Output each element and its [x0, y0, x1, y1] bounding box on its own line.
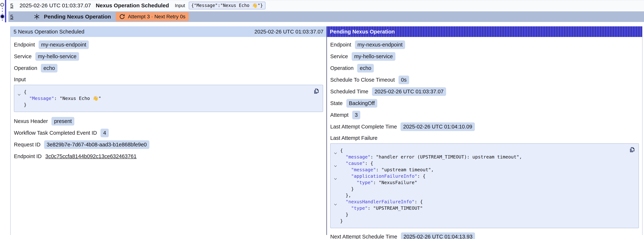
- collapse-toggle-icon[interactable]: [334, 162, 337, 164]
- event-details-header-timestamp: 2025-02-26 UTC 01:03:37.07: [254, 29, 324, 35]
- detail-field: Next Attempt Schedule Time2025-02-26 UTC…: [330, 231, 639, 239]
- pending-event-id-link[interactable]: 5: [8, 14, 13, 20]
- pending-operation-panel: Pending Nexus Operation Endpointmy-nexus…: [326, 26, 642, 235]
- timeline-node-current-icon: [1, 15, 4, 18]
- event-detail-panels: 5 Nexus Operation Scheduled 2025-02-26 U…: [10, 26, 644, 235]
- pending-operation-row[interactable]: 5 Pending Nexus Operation Attempt 3 · Ne…: [8, 11, 644, 22]
- code-line: "Message": "Nexus Echo 👋": [14, 95, 312, 102]
- field-value-badge: 0s: [398, 76, 409, 84]
- collapse-toggle-icon[interactable]: [334, 175, 337, 177]
- json-token: :: [376, 167, 381, 172]
- code-line: {: [14, 89, 312, 95]
- json-key: "message": [351, 167, 376, 172]
- collapse-toggle-icon[interactable]: [334, 150, 337, 152]
- event-details-header: 5 Nexus Operation Scheduled 2025-02-26 U…: [10, 26, 326, 37]
- code-line: {: [330, 147, 628, 154]
- json-token: : {: [365, 161, 373, 166]
- pending-row-title: Pending Nexus Operation: [44, 14, 111, 20]
- copy-input-button[interactable]: [312, 87, 320, 95]
- field-value-badge: BackingOff: [346, 99, 377, 108]
- json-key: "message": [346, 154, 370, 160]
- json-token: }: [24, 102, 26, 108]
- field-label: State: [330, 100, 343, 106]
- pending-operation-header: Pending Nexus Operation: [327, 26, 642, 37]
- json-key: "type": [356, 180, 373, 185]
- field-value-badge: my-nexus-endpoint: [39, 40, 89, 49]
- field-label: Service: [330, 54, 348, 60]
- field-label: Attempt: [330, 112, 348, 118]
- json-key: "type": [351, 206, 368, 211]
- code-line: "message": "upstream timeout",: [330, 166, 628, 173]
- field-label: Next Attempt Schedule Time: [330, 234, 397, 239]
- json-token: }: [340, 218, 343, 224]
- field-value-link[interactable]: 3c0c75ccfa8144b092c13ce632463761: [46, 153, 136, 160]
- field-label: Endpoint ID: [14, 153, 42, 160]
- copy-icon: [313, 88, 320, 94]
- collapse-toggle-icon[interactable]: [334, 201, 337, 203]
- input-codeblock: {"Message": "Nexus Echo 👋"}: [14, 85, 323, 112]
- json-token: :: [368, 206, 373, 211]
- field-value-badge: my-hello-service: [352, 52, 396, 61]
- json-token: "UPSTREAM_TIMEOUT": [373, 206, 423, 211]
- detail-field: Scheduled Time2025-02-26 UTC 01:03:37.07: [330, 86, 639, 97]
- event-details-panel: 5 Nexus Operation Scheduled 2025-02-26 U…: [10, 26, 326, 235]
- field-label: Workflow Task Completed Event ID: [14, 130, 97, 136]
- json-token: }: [346, 212, 348, 217]
- failure-codeblock: {"message": "handler error (UPSTREAM_TIM…: [330, 143, 639, 228]
- copy-icon: [628, 146, 636, 153]
- event-details-header-title: 5 Nexus Operation Scheduled: [14, 29, 84, 35]
- field-label: Last Attempt Complete Time: [330, 124, 397, 130]
- code-line: "type": "UPSTREAM_TIMEOUT": [330, 205, 628, 211]
- detail-field: Operationecho: [330, 62, 639, 74]
- input-block-label: Input: [10, 74, 326, 85]
- pending-operation-header-title: Pending Nexus Operation: [330, 29, 395, 35]
- json-token: ,: [519, 154, 522, 160]
- event-details-fields-2: Nexus HeaderpresentWorkflow Task Complet…: [10, 112, 326, 162]
- code-line: "message": "handler error (UPSTREAM_TIME…: [330, 154, 628, 160]
- collapse-toggle-icon[interactable]: [18, 91, 21, 93]
- code-line: "nexusHandlerFailureInfo": {: [330, 198, 628, 205]
- field-value-badge: my-nexus-endpoint: [355, 40, 405, 49]
- json-token: "NexusFailure": [378, 180, 417, 185]
- json-token: :: [373, 180, 378, 185]
- json-key: "Message": [29, 96, 54, 101]
- retry-icon: [119, 14, 125, 20]
- code-line: }: [330, 211, 628, 218]
- retry-badge-text: Attempt 3 · Next Retry 0s: [128, 14, 185, 20]
- code-line: }: [330, 186, 628, 192]
- event-details-fields: Endpointmy-nexus-endpointServicemy-hello…: [10, 37, 326, 74]
- field-value-badge: 3: [352, 111, 360, 119]
- field-value-badge: 3e829b7e-7d67-4b08-aad3-b1e868bfe9e0: [44, 140, 150, 149]
- field-label: Scheduled Time: [330, 88, 368, 94]
- json-token: "upstream timeout": [382, 167, 431, 172]
- field-value-badge: 2025-02-26 UTC 01:04:10.09: [400, 122, 475, 131]
- detail-field: Operationecho: [14, 62, 323, 74]
- json-token: :: [370, 154, 376, 160]
- event-input-preview-chip: {"Message":"Nexus Echo 👋"}: [189, 2, 266, 9]
- field-value-badge: 2025-02-26 UTC 01:04:13.93: [401, 232, 475, 239]
- field-value-badge: 2025-02-26 UTC 01:03:37.07: [372, 87, 446, 96]
- json-token: {: [24, 89, 26, 94]
- detail-field: Endpoint ID3c0c75ccfa8144b092c13ce632463…: [14, 150, 323, 162]
- json-key: "applicationFailureInfo": [351, 174, 417, 179]
- timeline-active-bar: [5, 0, 6, 22]
- detail-field: Request ID3e829b7e-7d67-4b08-aad3-b1e868…: [14, 139, 323, 150]
- event-history-row[interactable]: 5 2025-02-26 UTC 01:03:37.07 Nexus Opera…: [8, 0, 644, 10]
- event-title: Nexus Operation Scheduled: [96, 2, 169, 8]
- failure-block-label: Last Attempt Failure: [327, 132, 642, 143]
- detail-field: Nexus Headerpresent: [14, 115, 323, 127]
- json-token: ,: [431, 167, 434, 172]
- detail-field: Workflow Task Completed Event ID4: [14, 127, 323, 139]
- field-value-badge: echo: [357, 64, 374, 72]
- field-label: Service: [14, 54, 32, 60]
- code-line: }: [14, 102, 312, 108]
- code-line: }: [330, 218, 628, 224]
- json-token: }: [351, 186, 354, 192]
- field-label: Endpoint: [14, 42, 35, 48]
- field-value-badge: my-hello-service: [35, 52, 79, 61]
- copy-failure-button[interactable]: [628, 146, 636, 154]
- field-label: Nexus Header: [14, 118, 48, 124]
- code-line: "cause": {: [330, 160, 628, 166]
- event-id-link[interactable]: 5: [8, 2, 13, 8]
- timeline-rail: [0, 0, 8, 23]
